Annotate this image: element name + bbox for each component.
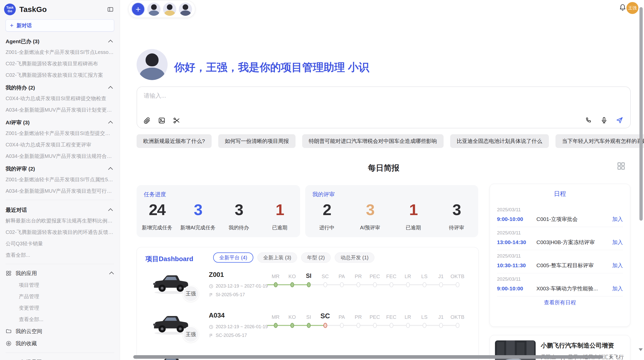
briefing-layout-icon[interactable] xyxy=(617,162,625,170)
milestone-dot xyxy=(356,282,360,287)
agent-avatar-2[interactable] xyxy=(163,3,176,16)
milestone: PR xyxy=(350,312,367,330)
microphone-icon[interactable] xyxy=(600,116,608,124)
milestone: MR xyxy=(267,271,284,289)
sidebar-item-my-apps[interactable]: 我的应用 xyxy=(6,267,114,279)
chevron-up-icon[interactable] xyxy=(108,40,113,44)
tab-year-model[interactable]: 年型 (2) xyxy=(301,252,331,263)
sidebar-header: Task Go TaskGo xyxy=(0,0,120,17)
chevron-up-icon[interactable] xyxy=(108,86,113,91)
suggestion-chips: 欧洲新规最近颁布了什么?如何写一份清晰的项目周报特朗普可能对进口汽车增税会对中国… xyxy=(137,134,644,148)
sidebar-task-item[interactable]: C02-飞腾新能源轻客改款项目立项汇报方案 xyxy=(6,69,114,81)
my-apps-label: 我的应用 xyxy=(16,270,37,277)
scissors-icon[interactable] xyxy=(173,117,180,124)
project-code: Z001 xyxy=(209,271,224,279)
sidebar-item-ai-employee[interactable]: AI超级员工 xyxy=(6,356,114,360)
phone-icon[interactable] xyxy=(585,116,593,124)
suggestion-chip[interactable]: 欧洲新规最近颁布了什么? xyxy=(137,134,212,148)
chevron-up-icon[interactable] xyxy=(108,167,113,172)
horizontal-scrollbar[interactable] xyxy=(133,355,603,359)
sidebar-task-item[interactable]: A034-全新新能源MUV产品开发项目法规符合性评审 xyxy=(6,151,114,162)
attachment-icon[interactable] xyxy=(143,117,151,124)
sidebar-task-item[interactable]: Z001-全新燃油皮卡产品开发项目SI节点Lesson Learn报告 xyxy=(6,47,114,58)
tab-new-body[interactable]: 全新上装 (3) xyxy=(257,252,297,263)
view-all-schedule-link[interactable]: 查看所有日程 xyxy=(497,296,623,306)
group-my-review[interactable]: 我的评审 (2) xyxy=(6,162,114,174)
sidebar-app-item[interactable]: 产品管理 xyxy=(6,291,114,302)
milestone-dot xyxy=(389,323,393,328)
sidebar-app-item[interactable]: 查看全部... xyxy=(6,314,114,325)
group-my-todo[interactable]: 我的待办 (2) xyxy=(6,81,114,93)
agent-avatar-3[interactable] xyxy=(179,3,192,16)
user-avatar[interactable]: 王强 xyxy=(626,2,638,14)
tab-powertrain[interactable]: 动总开发 (1) xyxy=(335,252,374,263)
sidebar-task-item[interactable]: C02-飞腾新能源轻客改款项目里程碑画布 xyxy=(6,58,114,69)
join-link[interactable]: 加入 xyxy=(612,239,623,246)
sidebar-task-item[interactable]: Z001-全新燃油轻卡产品开发项目SI造型提交物评审 xyxy=(6,128,114,139)
sidebar-chat-item[interactable]: C02-飞腾新能源轻客改款项目的闭环通告反馈情况 xyxy=(6,227,114,238)
schedule-time: 9:00-10:00 xyxy=(497,286,536,292)
sidebar-item-cloud-space[interactable]: 我的云空间 xyxy=(6,325,114,337)
send-icon[interactable] xyxy=(616,116,624,124)
sidebar-task-item[interactable]: C0X4-动力总成开发项目工程变更评审 xyxy=(6,139,114,151)
sidebar-chat-item[interactable]: 查看全部... xyxy=(6,249,114,261)
milestone-track: MRKOSISCPAPRPECFECLRLSJ1OKTB xyxy=(267,312,466,330)
daily-briefing-title: 每日简报 xyxy=(137,163,631,173)
stat-my-todo: 3 我的待办 xyxy=(218,201,259,237)
milestone-dot xyxy=(456,323,459,328)
sidebar-app-item[interactable]: 项目管理 xyxy=(6,279,114,291)
vertical-scrollbar[interactable] xyxy=(639,7,643,221)
project-row[interactable]: 王强 A034 2023-12-19 ~ 2026-01-19 SC-2025-… xyxy=(137,308,478,349)
scroll-down-arrow-icon[interactable] xyxy=(639,348,643,351)
sidebar-chat-item[interactable]: 解释最新出台的欧盟报废车法规再生塑料比例被调至15%... xyxy=(6,215,114,227)
project-flag-date: SI-2025-05-17 xyxy=(209,292,245,297)
milestone: LR xyxy=(400,271,416,289)
stat-in-progress: 2 进行中 xyxy=(305,201,348,237)
scroll-right-arrow-icon[interactable] xyxy=(610,355,613,359)
join-link[interactable]: 加入 xyxy=(612,262,623,269)
suggestion-chip[interactable]: 特朗普可能对进口汽车增税会对中国车企造成哪些影响 xyxy=(302,134,444,148)
schedule-date: 2025/03/11 xyxy=(497,230,623,236)
schedule-date: 2025/03/11 xyxy=(497,207,623,213)
group-agent-done[interactable]: Agent已办 (3) xyxy=(6,35,114,47)
milestone: PEC xyxy=(367,312,383,330)
milestone-dot xyxy=(439,282,443,287)
join-link[interactable]: 加入 xyxy=(612,285,623,292)
group-title: 最近对话 xyxy=(6,206,27,214)
suggestion-chip[interactable]: 如何写一份清晰的项目周报 xyxy=(218,134,296,148)
suggestion-chip[interactable]: 比亚迪全固态电池计划具体说了什么 xyxy=(450,134,549,148)
sidebar-collapse-icon[interactable] xyxy=(106,5,115,14)
milestone-dot xyxy=(422,282,426,287)
chevron-up-icon[interactable] xyxy=(109,272,114,276)
chevron-up-icon[interactable] xyxy=(108,208,113,213)
clock-icon xyxy=(209,284,213,289)
greeting-text: 你好，王强，我是你的项目管理助理 小识 xyxy=(174,60,369,74)
schedule-item: 2025/03/11 10:30-11:30 C005-整车工程目标评审 加入 xyxy=(497,250,623,273)
milestone-dot xyxy=(406,282,410,287)
agent-avatar-1[interactable] xyxy=(147,3,160,16)
project-row[interactable]: 王强 Z001 2023-12-19 ~ 2027-01-19 SI-2025-… xyxy=(137,267,478,308)
image-icon[interactable] xyxy=(158,117,166,124)
suggestion-chip[interactable]: 当下年轻人对汽车外观有怎样的喜好趋势 xyxy=(555,134,644,148)
group-ai-review[interactable]: AI评审 (3) xyxy=(6,116,114,128)
sidebar-task-item[interactable]: A034-全新新能源MUV产品开发项目造型可行性评审 xyxy=(6,185,114,197)
sidebar-task-item[interactable]: A034-全新新能源MUV产品开发项目计划变更表编写 xyxy=(6,104,114,116)
milestone-dot xyxy=(439,323,443,328)
group-recent-chats[interactable]: 最近对话 xyxy=(6,203,114,215)
schedule-item: 2025/03/11 9:00-10:00 C001-立项审批会 加入 xyxy=(497,204,623,227)
sidebar-item-favorites[interactable]: 我的收藏 xyxy=(6,337,114,350)
chevron-up-icon[interactable] xyxy=(108,121,113,125)
stat-new-done: 24 新增完成任务 xyxy=(137,201,178,237)
chat-input[interactable] xyxy=(143,92,500,99)
new-chat-button[interactable]: + 新对话 xyxy=(6,19,114,32)
sidebar-task-item[interactable]: C0X4-动力总成开发项目SI里程碑提交物检查 xyxy=(6,93,114,104)
sidebar-chat-item[interactable]: 公司Q3轻卡销量 xyxy=(6,238,114,249)
notification-bell-icon[interactable] xyxy=(619,4,627,12)
add-agent-button[interactable]: + xyxy=(131,3,145,16)
milestone: PA xyxy=(333,312,350,330)
sidebar-app-item[interactable]: 变更管理 xyxy=(6,302,114,314)
group-title: AI评审 (3) xyxy=(6,119,30,126)
sidebar-task-item[interactable]: Z001-全新燃油轻卡产品开发项目SI节点属性5D文件评审 xyxy=(6,174,114,185)
join-link[interactable]: 加入 xyxy=(612,216,623,223)
tab-new-platform[interactable]: 全新平台 (4) xyxy=(213,252,253,263)
